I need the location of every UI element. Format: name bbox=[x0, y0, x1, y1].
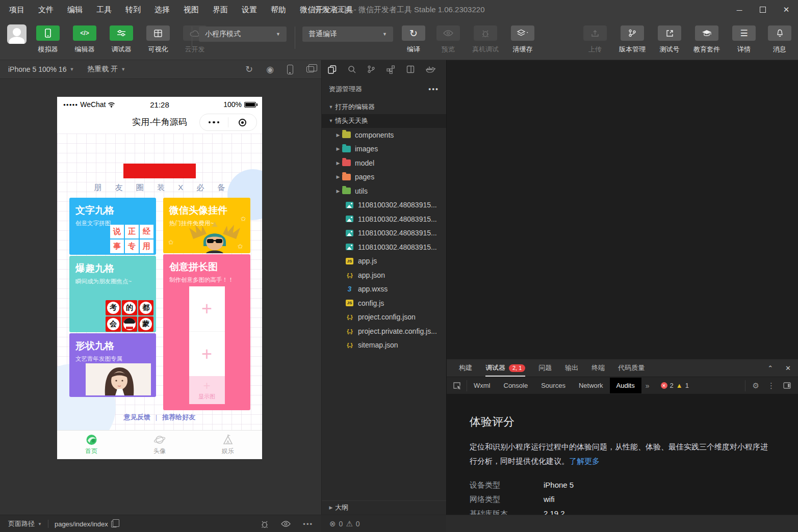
menu-view[interactable]: 视图 bbox=[184, 5, 199, 15]
devtools-tab-wxml[interactable]: Wxml bbox=[467, 378, 497, 393]
menu-interface[interactable]: 界面 bbox=[213, 5, 228, 15]
devtools-tab-network[interactable]: Network bbox=[572, 378, 610, 393]
tab-home[interactable]: 首页 bbox=[57, 431, 125, 459]
compile-mode-dropdown[interactable]: 普通编译▼ bbox=[302, 26, 393, 42]
device-debug-button[interactable]: 真机调试 bbox=[469, 25, 502, 54]
tree-file-image[interactable]: 1108100302.48083915... bbox=[322, 212, 446, 226]
tree-folder-model[interactable]: ▶ model bbox=[322, 156, 446, 170]
test-account-button[interactable]: 测试号 bbox=[655, 25, 684, 54]
tree-file-image[interactable]: 1108100302.48083915... bbox=[322, 226, 446, 241]
stop-icon[interactable]: ◉ bbox=[266, 64, 274, 75]
hot-reload-toggle[interactable]: 热重载 开▼ bbox=[87, 65, 125, 74]
console-status[interactable]: ✕ 2 ▲ 1 bbox=[661, 382, 689, 389]
simulator-button[interactable]: 模拟器 bbox=[34, 25, 62, 54]
tab-problems[interactable]: 问题 bbox=[538, 359, 552, 377]
tab-debugger[interactable]: 调试器 2, 1 bbox=[485, 359, 525, 377]
copy-icon[interactable] bbox=[111, 521, 117, 527]
tab-terminal[interactable]: 终端 bbox=[591, 359, 605, 377]
dock-side-icon[interactable] bbox=[783, 382, 791, 389]
eye-icon[interactable] bbox=[281, 521, 291, 527]
files-icon[interactable] bbox=[328, 65, 337, 74]
editor-button[interactable]: </> 编辑器 bbox=[70, 25, 99, 54]
version-manage-button[interactable]: 版本管理 bbox=[616, 25, 648, 54]
tree-file-app-js[interactable]: JS app.js bbox=[322, 254, 446, 269]
edu-suite-button[interactable]: 教育套件 bbox=[691, 25, 723, 54]
feedback-link[interactable]: 意见反馈 bbox=[124, 413, 150, 421]
card-fun-nine-grid[interactable]: 爆趣九格 瞬间成为朋友圈焦点~ 考 的 都 会 蒙 bbox=[69, 256, 156, 332]
restart-icon[interactable]: ↻ bbox=[245, 64, 253, 75]
card-avatar-pendant[interactable]: 微信头像挂件 热门挂件免费用~ ✩✩✩ bbox=[163, 198, 250, 253]
multi-window-icon[interactable] bbox=[306, 66, 314, 72]
gear-icon[interactable]: ⚙ bbox=[753, 381, 759, 390]
tree-file-image[interactable]: 1108100302.48083915... bbox=[322, 240, 446, 254]
tree-file-app-wxss[interactable]: 3 app.wxss bbox=[322, 282, 446, 297]
close-button[interactable]: ✕ bbox=[775, 0, 798, 19]
preview-button[interactable]: 预览 bbox=[434, 25, 462, 54]
devtools-tab-console[interactable]: Console bbox=[497, 378, 535, 393]
upload-button[interactable]: 上传 bbox=[581, 25, 609, 54]
messages-button[interactable]: 消息 bbox=[765, 25, 794, 54]
device-selector[interactable]: iPhone 5 100% 16▼ bbox=[8, 65, 74, 73]
page-path-selector[interactable]: 页面路径▼ bbox=[8, 519, 42, 528]
menu-help[interactable]: 帮助 bbox=[271, 5, 286, 15]
tab-avatar[interactable]: 头像 bbox=[125, 431, 194, 459]
menu-goto[interactable]: 转到 bbox=[125, 5, 141, 15]
bug-icon[interactable] bbox=[261, 520, 269, 528]
status-bar: 页面路径▼ pages/index/index ••• ⊗ 0 ⚠ 0 bbox=[0, 515, 798, 532]
tab-code-quality[interactable]: 代码质量 bbox=[618, 359, 645, 377]
tree-folder-components[interactable]: ▶ components bbox=[322, 128, 446, 142]
clear-cache-button[interactable]: 清缓存 bbox=[508, 25, 537, 54]
card-text-nine-grid[interactable]: 文字九格 创意文字拼图 说正经 事专用 bbox=[69, 198, 156, 255]
collapse-panel-icon[interactable]: ⌃ bbox=[767, 364, 773, 372]
kebab-menu-icon[interactable]: ⋮ bbox=[767, 381, 775, 390]
more-options-icon[interactable]: ••• bbox=[303, 520, 313, 528]
tree-file-image[interactable]: 1108100302.48083915... bbox=[322, 198, 446, 212]
visual-button[interactable]: 可视化 bbox=[144, 25, 172, 54]
outline-section[interactable]: ▶ 大纲 bbox=[322, 501, 446, 515]
more-actions-icon[interactable]: ••• bbox=[428, 85, 439, 93]
docker-whale-icon[interactable] bbox=[426, 66, 435, 73]
debugger-button[interactable]: 调试器 bbox=[107, 25, 136, 54]
details-button[interactable]: ☰ 详情 bbox=[730, 25, 758, 54]
tree-folder-images[interactable]: ▶ images bbox=[322, 142, 446, 156]
menu-tools[interactable]: 工具 bbox=[96, 5, 112, 15]
learn-more-link[interactable]: 了解更多 bbox=[569, 457, 600, 465]
menu-file[interactable]: 文件 bbox=[38, 5, 54, 15]
menu-select[interactable]: 选择 bbox=[155, 5, 170, 15]
tree-file-sitemap[interactable]: {..} sitemap.json bbox=[322, 338, 446, 353]
tree-project-root[interactable]: ▼ 情头天天换 bbox=[322, 114, 446, 128]
tree-file-project-private-config[interactable]: {..} project.private.config.js... bbox=[322, 324, 446, 338]
more-tabs-icon[interactable]: » bbox=[641, 382, 654, 390]
exit-record-button[interactable] bbox=[228, 119, 256, 126]
extensions-icon[interactable] bbox=[387, 65, 395, 74]
tree-file-project-config[interactable]: {..} project.config.json bbox=[322, 310, 446, 325]
search-icon[interactable] bbox=[348, 65, 356, 73]
close-panel-icon[interactable]: ✕ bbox=[785, 364, 791, 372]
menu-edit[interactable]: 编辑 bbox=[67, 5, 83, 15]
minimize-button[interactable]: ─ bbox=[728, 0, 751, 19]
devtools-tab-sources[interactable]: Sources bbox=[534, 378, 572, 393]
devtools-tab-audits[interactable]: Audits bbox=[610, 378, 641, 393]
tree-file-config-js[interactable]: JS config.js bbox=[322, 296, 446, 310]
menu-project[interactable]: 项目 bbox=[9, 5, 24, 15]
tab-output[interactable]: 输出 bbox=[565, 359, 578, 377]
source-control-icon[interactable] bbox=[367, 65, 375, 73]
tree-open-editors[interactable]: ▼ 打开的编辑器 bbox=[322, 100, 446, 114]
maximize-button[interactable] bbox=[751, 0, 775, 19]
tab-build[interactable]: 构建 bbox=[459, 359, 472, 377]
tree-folder-pages[interactable]: ▶ pages bbox=[322, 170, 446, 184]
device-frame-icon[interactable] bbox=[287, 65, 293, 74]
tree-file-app-json[interactable]: {..} app.json bbox=[322, 268, 446, 282]
recommend-link[interactable]: 推荐给好友 bbox=[162, 413, 195, 421]
compile-button[interactable]: ↻ 编译 bbox=[399, 25, 428, 54]
avatar[interactable] bbox=[7, 24, 27, 44]
tab-fun[interactable]: 娱乐 bbox=[194, 431, 262, 459]
window-icon[interactable] bbox=[406, 65, 415, 73]
card-shape-nine-grid[interactable]: 形状九格 文艺青年发图专属 bbox=[69, 333, 156, 397]
tree-folder-utils[interactable]: ▶ utils bbox=[322, 184, 446, 198]
card-long-image[interactable]: 创意拼长图 制作创意多图的高手！！ + + + 显示图 bbox=[163, 254, 250, 410]
menu-settings[interactable]: 设置 bbox=[242, 5, 257, 15]
mode-dropdown[interactable]: 小程序模式▼ bbox=[199, 26, 287, 42]
more-button[interactable] bbox=[200, 121, 228, 124]
inspect-element-icon[interactable] bbox=[447, 380, 467, 391]
